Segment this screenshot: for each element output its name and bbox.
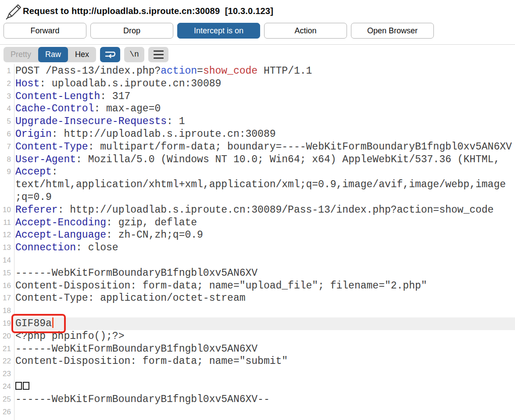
editor-line[interactable]: Accept-Encoding: gzip, deflate bbox=[14, 217, 515, 229]
editor-line[interactable] bbox=[14, 381, 515, 393]
editor-row[interactable]: 6Origin: http://uploadlab.s.iproute.cn:3… bbox=[0, 128, 515, 141]
code-segment: : http://uploadlab.s.iproute.cn:30089 bbox=[52, 128, 276, 140]
editor-row[interactable]: 14 bbox=[0, 254, 515, 267]
editor-row[interactable]: 20<?php phpinfo();?> bbox=[0, 330, 515, 343]
text-cursor bbox=[52, 317, 54, 328]
editor-row[interactable]: 23 bbox=[0, 368, 515, 381]
editor-row[interactable]: text/html,application/xhtml+xml,applicat… bbox=[0, 178, 515, 191]
editor-row[interactable]: 1POST /Pass-13/index.php?action=show_cod… bbox=[0, 65, 515, 78]
code-segment: = bbox=[197, 65, 203, 77]
editor-line[interactable]: Referer: http://uploadlab.s.iproute.cn:3… bbox=[14, 204, 515, 217]
code-segment: Upgrade-Insecure-Requests bbox=[15, 116, 167, 127]
unprintable-char-glyph bbox=[23, 382, 29, 390]
editor-line[interactable]: Content-Type: application/octet-stream bbox=[14, 292, 515, 305]
editor-line[interactable]: Accept: bbox=[14, 166, 515, 178]
editor-row[interactable]: 8User-Agent: Mozilla/5.0 (Windows NT 10.… bbox=[0, 153, 515, 166]
editor-line[interactable]: Cache-Control: max-age=0 bbox=[14, 103, 515, 115]
code-segment: POST /Pass-13/index.php? bbox=[15, 65, 161, 77]
drop-button[interactable]: Drop bbox=[90, 23, 173, 39]
editor-row[interactable]: 25------WebKitFormBoundaryB1fngbl0xv5AN6… bbox=[0, 393, 515, 406]
editor-row[interactable]: 15------WebKitFormBoundaryB1fngbl0xv5AN6… bbox=[0, 267, 515, 280]
intercept-toggle-button[interactable]: Intercept is on bbox=[177, 23, 260, 39]
code-segment: <?php phpinfo();?> bbox=[15, 331, 124, 342]
editor-line[interactable]: Content-Disposition: form-data; name="up… bbox=[14, 280, 515, 292]
line-number: 19 bbox=[0, 317, 14, 330]
editor-line[interactable]: <?php phpinfo();?> bbox=[14, 330, 515, 343]
editor-line[interactable]: ------WebKitFormBoundaryB1fngbl0xv5AN6XV bbox=[14, 343, 515, 356]
code-segment: Cache-Control bbox=[15, 103, 94, 114]
editor-row[interactable]: 11Accept-Encoding: gzip, deflate bbox=[0, 217, 515, 229]
editor-menu-button[interactable] bbox=[148, 47, 168, 62]
editor-line[interactable]: Content-Disposition: form-data; name="su… bbox=[14, 355, 515, 368]
line-number: 15 bbox=[0, 267, 14, 280]
editor-line[interactable] bbox=[14, 254, 515, 267]
pencil-icon bbox=[4, 1, 23, 21]
code-segment: : http://uploadlab.s.iproute.cn:30089/Pa… bbox=[58, 204, 494, 216]
editor-row[interactable]: 4Cache-Control: max-age=0 bbox=[0, 103, 515, 115]
editor-rows: 1POST /Pass-13/index.php?action=show_cod… bbox=[0, 65, 515, 418]
open-browser-button[interactable]: Open Browser bbox=[351, 23, 434, 39]
code-segment: Accept-Encoding bbox=[15, 217, 106, 228]
editor-line[interactable]: ;q=0.9 bbox=[14, 191, 515, 204]
code-segment: HTTP/1.1 bbox=[258, 65, 312, 77]
tab-raw[interactable]: Raw bbox=[38, 47, 68, 62]
code-segment: User-Agent bbox=[15, 154, 76, 165]
tab-pretty[interactable]: Pretty bbox=[4, 47, 38, 62]
editor-line[interactable]: Host: uploadlab.s.iproute.cn:30089 bbox=[14, 78, 515, 90]
editor-row[interactable]: 21------WebKitFormBoundaryB1fngbl0xv5AN6… bbox=[0, 343, 515, 356]
editor-line[interactable]: POST /Pass-13/index.php?action=show_code… bbox=[14, 65, 515, 78]
editor-row[interactable]: 26 bbox=[0, 406, 515, 419]
request-editor[interactable]: 1POST /Pass-13/index.php?action=show_cod… bbox=[0, 64, 515, 420]
editor-line[interactable]: Upgrade-Insecure-Requests: 1 bbox=[14, 115, 515, 128]
editor-line[interactable] bbox=[14, 368, 515, 381]
code-segment: Content-Length bbox=[15, 91, 100, 102]
editor-row[interactable]: ;q=0.9 bbox=[0, 191, 515, 204]
editor-line[interactable]: ------WebKitFormBoundaryB1fngbl0xv5AN6XV bbox=[14, 267, 515, 280]
line-number: 10 bbox=[0, 204, 14, 217]
editor-row[interactable]: 18 bbox=[0, 305, 515, 317]
show-newlines-toggle[interactable]: \n bbox=[124, 47, 144, 62]
line-number: 22 bbox=[0, 355, 14, 368]
editor-line[interactable]: text/html,application/xhtml+xml,applicat… bbox=[14, 178, 515, 191]
editor-line[interactable]: GIF89a bbox=[14, 317, 515, 330]
editor-row[interactable]: 19GIF89a bbox=[0, 317, 515, 330]
action-button[interactable]: Action bbox=[264, 23, 347, 39]
editor-row[interactable]: 13Connection: close bbox=[0, 242, 515, 254]
line-number: 13 bbox=[0, 242, 14, 254]
toolbar-separator bbox=[0, 44, 515, 45]
forward-button[interactable]: Forward bbox=[4, 23, 86, 39]
code-segment: : uploadlab.s.iproute.cn:30089 bbox=[39, 78, 221, 89]
editor-row[interactable]: 7Content-Type: multipart/form-data; boun… bbox=[0, 141, 515, 153]
line-number: 24 bbox=[0, 381, 14, 393]
editor-line[interactable] bbox=[14, 406, 515, 419]
editor-line[interactable]: Content-Length: 317 bbox=[14, 90, 515, 103]
editor-row[interactable]: 2Host: uploadlab.s.iproute.cn:30089 bbox=[0, 78, 515, 90]
soft-wrap-toggle[interactable] bbox=[100, 47, 120, 62]
code-segment: ------WebKitFormBoundaryB1fngbl0xv5AN6XV bbox=[15, 267, 258, 279]
editor-line[interactable] bbox=[14, 305, 515, 317]
editor-row[interactable]: 12Accept-Language: zh-CN,zh;q=0.9 bbox=[0, 229, 515, 242]
word-wrap-icon bbox=[104, 50, 116, 59]
unprintable-char-glyph bbox=[15, 382, 22, 390]
code-segment: : bbox=[52, 166, 58, 178]
editor-row[interactable]: 16Content-Disposition: form-data; name="… bbox=[0, 280, 515, 292]
editor-line[interactable]: ------WebKitFormBoundaryB1fngbl0xv5AN6XV… bbox=[14, 393, 515, 406]
line-number: 9 bbox=[0, 166, 14, 178]
editor-line[interactable]: Origin: http://uploadlab.s.iproute.cn:30… bbox=[14, 128, 515, 141]
line-number: 4 bbox=[0, 103, 14, 115]
editor-line[interactable]: Content-Type: multipart/form-data; bound… bbox=[14, 141, 515, 153]
code-segment: Connection bbox=[15, 242, 76, 253]
editor-row[interactable]: 5Upgrade-Insecure-Requests: 1 bbox=[0, 115, 515, 128]
line-number: 11 bbox=[0, 217, 14, 229]
editor-line[interactable]: Connection: close bbox=[14, 242, 515, 254]
editor-row[interactable]: 3Content-Length: 317 bbox=[0, 90, 515, 103]
editor-row[interactable]: 22Content-Disposition: form-data; name="… bbox=[0, 355, 515, 368]
editor-row[interactable]: 24 bbox=[0, 381, 515, 393]
code-segment: text/html,application/xhtml+xml,applicat… bbox=[15, 179, 506, 190]
editor-row[interactable]: 10Referer: http://uploadlab.s.iproute.cn… bbox=[0, 204, 515, 217]
editor-row[interactable]: 9Accept: bbox=[0, 166, 515, 178]
editor-line[interactable]: Accept-Language: zh-CN,zh;q=0.9 bbox=[14, 229, 515, 242]
tab-hex[interactable]: Hex bbox=[68, 47, 96, 62]
editor-line[interactable]: User-Agent: Mozilla/5.0 (Windows NT 10.0… bbox=[14, 153, 515, 166]
editor-row[interactable]: 17Content-Type: application/octet-stream bbox=[0, 292, 515, 305]
